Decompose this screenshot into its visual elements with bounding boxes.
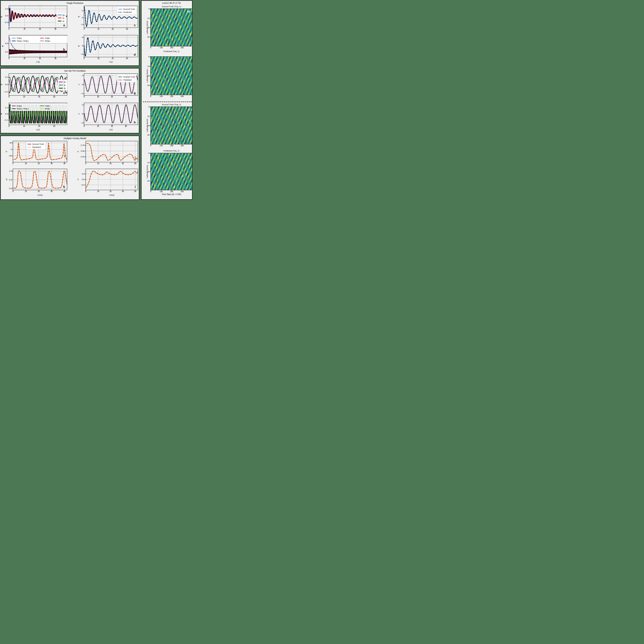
xtick-mark — [98, 162, 98, 163]
xtick-mark — [24, 28, 25, 29]
legend-item: Ground Truth — [118, 8, 135, 11]
plot-canvas-h — [84, 103, 138, 125]
plot-h: h — [84, 103, 138, 125]
ytick-mark — [85, 179, 86, 180]
xtick-mark — [40, 57, 40, 58]
ytick-label: 0.25 — [78, 156, 84, 158]
series-m-predicted — [13, 171, 67, 188]
legend-columns: Im(ϕ₀)Re(ϕ₀), Re(ϕ₁)Im(ϕ₁)Re(ϕ₂) — [12, 104, 66, 110]
heatmap-title: Ground Truth (Traj. 2) — [151, 103, 192, 106]
heatmap-ytick-mark — [150, 171, 150, 172]
heatmap-canvas — [151, 9, 192, 46]
ytick-mark — [83, 37, 84, 38]
series-n-ground-truth — [86, 171, 138, 188]
heatmap-xtick-mark — [172, 95, 172, 96]
xtick-mark — [51, 162, 52, 163]
xtick-mark — [64, 162, 65, 163]
xtick-mark — [24, 125, 24, 126]
plot-canvas-l — [86, 169, 138, 190]
legend-g: Ground TruthPredicted — [117, 74, 136, 82]
ytick-label: −5 — [76, 53, 83, 55]
heatmap-1 — [150, 56, 192, 95]
heatmap-3 — [150, 153, 192, 190]
xtick-mark — [110, 162, 111, 163]
ytick-mark — [8, 92, 9, 92]
plot-a: aψ₀ψ₁ψ₂ — [9, 6, 67, 28]
heatmap-xtick-mark — [151, 190, 151, 191]
plot-b: bIm(ϕ₀)Re(ϕ₀), Re(ϕ₁)Im(ϕ₁)Re(ϕ₂) — [9, 35, 67, 57]
ytick-mark — [8, 108, 9, 108]
legend-col-2: Im(ϕ₁)Re(ϕ₂) — [40, 104, 66, 110]
xtick-mark — [39, 125, 39, 126]
ytick-mark — [12, 188, 13, 189]
legend-line-swatch — [118, 12, 122, 13]
legend-item: ψ₁ — [58, 16, 65, 19]
heatmap-xtick-mark — [161, 190, 162, 191]
panel-letter-k: k — [63, 185, 65, 188]
ylabel-g: x — [78, 82, 80, 87]
ytick-mark — [85, 145, 86, 146]
section-title: Van der Pol Oscillator — [1, 70, 144, 72]
legend-label: Re(ϕ₂) — [45, 40, 50, 42]
ylabel-j: h — [77, 149, 79, 154]
legend-line-swatch — [12, 106, 16, 106]
plot-k: k — [13, 169, 67, 190]
heatmap-ytick-label: 30 — [146, 36, 149, 38]
legend-item: ψ₂ — [58, 19, 65, 23]
legend-line-swatch — [118, 80, 122, 80]
legend-label: Re(ϕ₂) — [45, 108, 50, 110]
ytick-label: 0.2 — [1, 76, 8, 78]
heatmap-m: m — [150, 9, 192, 46]
panel-letter-a: a — [63, 24, 65, 27]
xtick-mark — [26, 162, 26, 163]
xtick-mark — [135, 162, 135, 163]
legend-item: Re(ϕ₂) — [40, 40, 66, 42]
ytick-mark — [12, 143, 13, 143]
legend-item: Predicted — [27, 146, 44, 149]
heatmap-xtick-mark — [182, 190, 183, 191]
ytick-mark — [85, 151, 86, 151]
legend-label: ψ₂ — [64, 87, 66, 89]
ytick-mark — [8, 84, 9, 85]
heatmap-ylabel: Latitude Sector — [146, 163, 148, 180]
ytick-mark — [8, 43, 9, 44]
legend-item: Im(ϕ₁) — [40, 104, 66, 107]
series-theta_dot-predicted — [84, 38, 138, 56]
legend-f: Im(ϕ₀)Re(ϕ₀), Re(ϕ₁)Im(ϕ₁)Re(ϕ₂) — [10, 104, 68, 111]
legend-label: ψ₁ — [64, 84, 66, 86]
heatmap-ytick-mark — [150, 85, 150, 86]
ytick-mark — [8, 77, 9, 77]
legend-item: ψ₁ — [59, 83, 66, 87]
ytick-mark — [8, 22, 9, 23]
legend-item: Re(ϕ₀), Re(ϕ₁) — [12, 40, 38, 42]
plot-d: d — [84, 35, 138, 57]
heatmap-ytick-label: 10 — [146, 115, 149, 117]
xtick-mark — [39, 162, 39, 163]
legend-label: ψ₀ — [64, 81, 66, 83]
panel-letter-f: f — [64, 121, 65, 124]
panel-letter-l: l — [135, 186, 136, 189]
heatmap-ytick-label: 30 — [146, 134, 149, 136]
ytick-label: 0.0 — [5, 187, 12, 189]
heatmap-ytick-mark — [150, 57, 150, 57]
heatmap-xtick-mark — [161, 46, 162, 47]
xtick-mark — [98, 28, 99, 29]
legend-line-swatch — [118, 9, 122, 10]
ytick-label: 2 — [76, 74, 83, 76]
heatmap-ylabel: Latitude Sector — [146, 117, 148, 134]
ytick-label: −2 — [76, 92, 83, 94]
xtick-mark — [84, 96, 84, 96]
ylabel-k: m — [5, 177, 8, 182]
ytick-mark — [83, 75, 84, 76]
ytick-label: 50 — [5, 142, 12, 144]
xtick-mark — [51, 190, 52, 191]
ytick-mark — [83, 54, 84, 54]
xtick-mark — [40, 28, 40, 29]
plot-g: gGround TruthPredicted — [84, 73, 138, 96]
panel-letter-h: h — [134, 121, 136, 124]
xtick-mark — [98, 96, 98, 96]
legend-label: Ground Truth — [123, 76, 135, 78]
legend-e: ψ₀ψ₁ψ₂ — [58, 79, 67, 91]
legend-label: Ground Truth — [32, 143, 44, 145]
xtick-mark — [54, 96, 54, 96]
